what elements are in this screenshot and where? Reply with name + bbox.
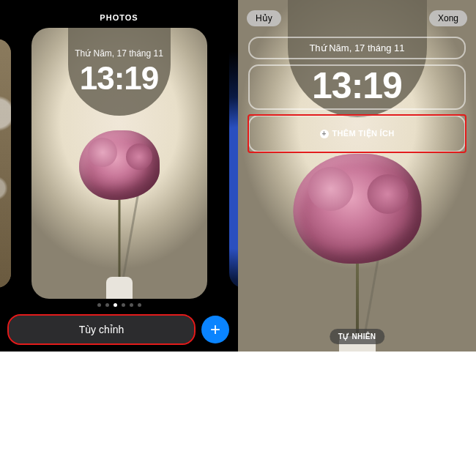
next-wallpaper-peek[interactable] bbox=[229, 39, 238, 288]
wallpaper-gallery-screen: PHOTOS Thứ Năm, 17 tháng 11 13:19 bbox=[0, 0, 238, 352]
dot bbox=[97, 303, 101, 307]
bottom-toolbar: Tùy chỉnh + bbox=[0, 310, 238, 352]
flower-vase bbox=[106, 277, 133, 299]
lockscreen-date: Thứ Năm, 17 tháng 11 bbox=[31, 48, 207, 59]
lockscreen-time: 13:19 bbox=[31, 60, 207, 97]
flower-blossom bbox=[79, 130, 160, 200]
edit-widgets-stack: Thứ Năm, 17 tháng 11 13:19 + THÊM TIỆN Í… bbox=[248, 37, 466, 152]
dot bbox=[105, 303, 109, 307]
add-wallpaper-button[interactable]: + bbox=[201, 316, 229, 343]
customize-button-label: Tùy chỉnh bbox=[79, 324, 124, 335]
customize-button[interactable]: Tùy chỉnh bbox=[9, 316, 194, 343]
date-widget-slot[interactable]: Thứ Năm, 17 tháng 11 bbox=[248, 37, 466, 59]
dot bbox=[130, 303, 133, 307]
dot-active bbox=[114, 303, 117, 307]
color-filter-pill[interactable]: TỰ NHIÊN bbox=[330, 329, 384, 344]
dot bbox=[122, 303, 125, 307]
plus-circle-icon: + bbox=[320, 130, 329, 138]
page-indicator bbox=[97, 303, 141, 307]
plus-icon: + bbox=[210, 319, 220, 340]
photos-header: PHOTOS bbox=[100, 13, 138, 22]
prev-wallpaper-peek[interactable] bbox=[0, 39, 11, 288]
lockscreen-edit-screen: Hủy Xong Thứ Năm, 17 tháng 11 13:19 + TH… bbox=[238, 0, 476, 352]
flower-blossom bbox=[293, 154, 421, 264]
add-widget-slot[interactable]: + THÊM TIỆN ÍCH bbox=[248, 115, 466, 152]
cancel-button[interactable]: Hủy bbox=[247, 10, 281, 26]
current-wallpaper-card[interactable]: Thứ Năm, 17 tháng 11 13:19 bbox=[31, 28, 207, 299]
done-button[interactable]: Xong bbox=[429, 10, 467, 26]
time-widget-slot[interactable]: 13:19 bbox=[248, 64, 466, 110]
wallpaper-carousel[interactable]: Thứ Năm, 17 tháng 11 13:19 bbox=[0, 28, 238, 299]
dot bbox=[138, 303, 141, 307]
lockscreen-clock: Thứ Năm, 17 tháng 11 13:19 bbox=[31, 48, 207, 97]
add-widget-label: THÊM TIỆN ÍCH bbox=[332, 129, 395, 138]
